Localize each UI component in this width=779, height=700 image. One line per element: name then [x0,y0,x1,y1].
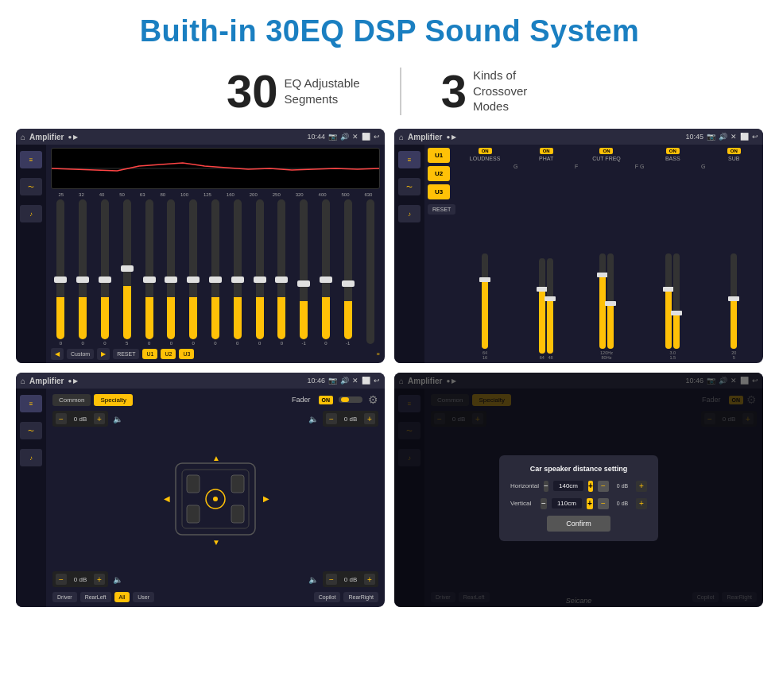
all-btn[interactable]: All [114,592,130,602]
ch-loudness-on[interactable]: ON [479,148,492,154]
ch-bass-on[interactable]: ON [666,148,680,154]
eq-slider-12[interactable]: -1 [294,199,314,346]
eq-number: 30 [227,64,278,118]
tab-common-3[interactable]: Common [52,394,91,406]
db-plus-fl[interactable]: + [94,413,105,424]
speaker-icon-fl: 🔈 [113,415,122,423]
u1-btn[interactable]: U1 [142,349,157,359]
ch-sub-slider[interactable] [731,253,737,349]
side-btn-vol-3[interactable]: ♪ [20,449,42,466]
eq-slider-8[interactable]: 0 [206,199,226,346]
screen1-side-panel: ≡ 〜 ♪ [16,145,46,363]
gear-icon-3[interactable]: ⚙ [368,393,378,406]
ch-bass-slider-1[interactable] [665,253,672,349]
stats-row: 30 EQ Adjustable Segments 3 Kinds of Cro… [0,56,779,129]
fader-label-3: Fader [292,396,311,404]
vertical-label: Vertical [510,500,536,507]
screen1-time: 10:44 [307,133,325,141]
side-btn-eq-2[interactable]: ≡ [398,151,421,168]
ch-sub-on[interactable]: ON [727,148,741,154]
eq-slider-15[interactable] [360,199,380,346]
horizontal-plus[interactable]: + [588,481,593,492]
h-db-minus[interactable]: − [598,481,609,492]
preset-u1[interactable]: U1 [428,148,450,163]
car-diagram: ◀ ▶ ▲ ▼ [52,431,378,567]
screenshots-grid: ⌂ Amplifier ● ▶ 10:44 📷🔊✕⬜↩ ≡ 〜 ♪ [0,129,779,615]
eq-slider-5[interactable]: 0 [139,199,159,346]
screen2-crossover: ⌂ Amplifier ● ▶ 10:45 📷🔊✕⬜↩ ≡ 〜 ♪ U1 U2 … [394,129,763,363]
db-plus-rl[interactable]: + [94,574,105,585]
vertical-db: − 0 dB + [598,498,647,509]
ch-cutfreq-label: CUT FREQ [592,156,621,161]
side-btn-eq[interactable]: ≡ [20,151,42,168]
v-db-plus[interactable]: + [636,498,647,509]
eq-slider-3[interactable]: 0 [95,199,115,346]
db-minus-fr[interactable]: − [326,413,337,424]
side-btn-vol-2[interactable]: ♪ [398,205,421,222]
eq-slider-2[interactable]: 0 [73,199,93,346]
page-title: Buith-in 30EQ DSP Sound System [0,0,779,56]
screen1-app-title: Amplifier [29,133,64,141]
u2-btn[interactable]: U2 [161,349,176,359]
eq-slider-4[interactable]: 5 [117,199,137,346]
user-btn[interactable]: User [133,592,154,602]
ch-bass: ON BASS 3.01.5 [646,148,699,360]
driver-btn[interactable]: Driver [52,592,77,602]
db-val-fr: 0 dB [339,416,362,423]
reset-btn[interactable]: RESET [113,349,139,359]
ch-phat-slider-2[interactable] [547,258,553,354]
eq-slider-14[interactable]: -1 [338,199,358,346]
eq-slider-10[interactable]: 0 [250,199,269,346]
ch-loudness-label: LOUDNESS [470,156,501,161]
ch-cutfreq-on[interactable]: ON [599,148,613,154]
ch-loudness-slider[interactable] [482,253,488,349]
side-btn-wave-2[interactable]: 〜 [398,178,421,195]
eq-curve-display [51,148,380,189]
screen2-time: 10:45 [685,133,703,141]
side-btn-wave-3[interactable]: 〜 [20,422,42,439]
rearleft-btn[interactable]: RearLeft [80,592,111,602]
eq-slider-1[interactable]: 0 [51,199,71,346]
db-minus-rl[interactable]: − [56,574,67,585]
eq-slider-6[interactable]: 0 [161,199,181,346]
play-prev-btn[interactable]: ◀ [51,348,64,360]
ch-cutfreq-slider-2[interactable] [607,253,614,349]
play-next-btn[interactable]: ▶ [97,348,110,360]
eq-stat: 30 EQ Adjustable Segments [187,64,400,118]
crossover-number: 3 [441,64,467,118]
eq-slider-11[interactable]: 0 [272,199,292,346]
svg-point-4 [213,497,218,501]
eq-slider-13[interactable]: 0 [316,199,336,346]
db-minus-rr[interactable]: − [326,574,337,585]
ch-phat-slider-1[interactable] [539,258,545,354]
crossover-reset[interactable]: RESET [428,204,455,215]
screen2-side-panel: ≡ 〜 ♪ [394,145,424,363]
u3-btn[interactable]: U3 [179,349,194,359]
confirm-button[interactable]: Confirm [547,516,610,532]
tab-specialty-3[interactable]: Specialty [94,394,132,406]
db-plus-rr[interactable]: + [364,574,375,585]
rearright-btn[interactable]: RearRight [343,592,378,602]
eq-slider-7[interactable]: 0 [184,199,203,346]
preset-u2[interactable]: U2 [428,166,450,181]
vertical-minus[interactable]: − [541,498,547,509]
ch-phat-on[interactable]: ON [540,148,553,154]
eq-slider-9[interactable]: 0 [227,199,247,346]
fader-on-3[interactable]: ON [319,396,334,404]
svg-text:◀: ◀ [164,494,170,503]
ch-bass-slider-2[interactable] [673,253,680,349]
horizontal-minus[interactable]: − [544,481,548,492]
h-db-plus[interactable]: + [636,481,647,492]
more-btn[interactable]: » [377,350,380,358]
db-plus-fr[interactable]: + [364,413,375,424]
db-minus-fl[interactable]: − [56,413,67,424]
copilot-btn[interactable]: Copilot [314,592,341,602]
db-controls-bottom: − 0 dB + 🔈 🔈 − 0 dB + [52,571,378,587]
screen2-app-title: Amplifier [408,133,442,141]
side-btn-eq-3[interactable]: ≡ [20,395,42,412]
vertical-plus[interactable]: + [587,498,593,509]
side-btn-vol[interactable]: ♪ [20,205,42,222]
side-btn-wave[interactable]: 〜 [20,178,42,195]
preset-u3[interactable]: U3 [428,184,450,199]
v-db-minus[interactable]: − [598,498,609,509]
